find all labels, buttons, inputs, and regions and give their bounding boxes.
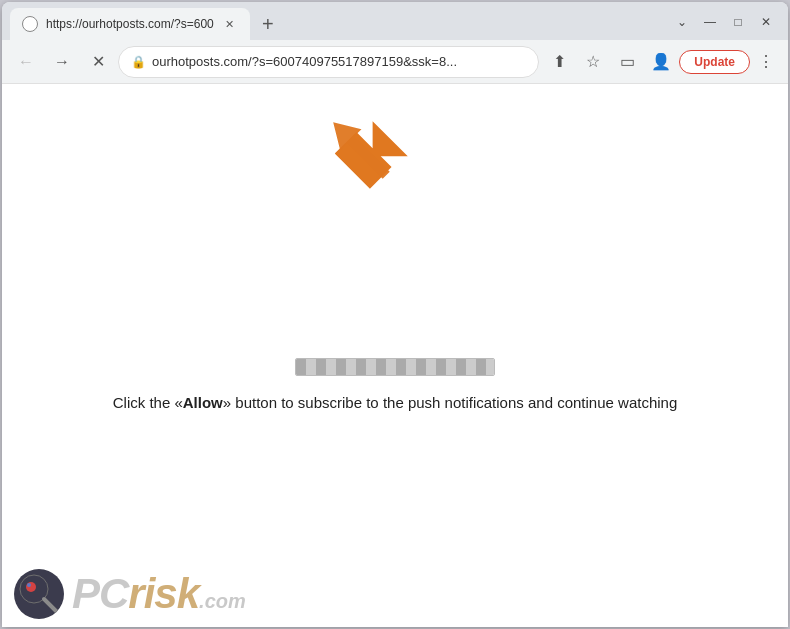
- nav-actions: ⬆ ☆ ▭ 👤 Update ⋮: [543, 46, 780, 78]
- close-button[interactable]: ✕: [752, 8, 780, 36]
- tab-favicon: [22, 16, 38, 32]
- lock-icon: 🔒: [131, 55, 146, 69]
- center-content: Click the «Allow» button to subscribe to…: [113, 358, 678, 413]
- page-content: Click the «Allow» button to subscribe to…: [2, 84, 788, 627]
- update-button[interactable]: Update: [679, 50, 750, 74]
- svg-line-6: [44, 599, 58, 613]
- instruction-text: Click the «Allow» button to subscribe to…: [113, 392, 678, 413]
- progress-bar: [295, 358, 495, 376]
- browser-window: https://ourhotposts.com/?s=600 ✕ + ⌄ — □…: [2, 2, 788, 627]
- progress-bar-fill: [296, 359, 494, 375]
- address-bar[interactable]: 🔒 ourhotposts.com/?s=600740975517897159&…: [118, 46, 539, 78]
- pcrisk-brand-text: PC risk .com: [72, 573, 246, 615]
- dotcom-text: .com: [199, 590, 246, 613]
- pc-text: PC: [72, 573, 128, 615]
- bookmark-icon[interactable]: ☆: [577, 46, 609, 78]
- navigation-bar: ← → ✕ 🔒 ourhotposts.com/?s=6007409755178…: [2, 40, 788, 84]
- minimize-button[interactable]: —: [696, 8, 724, 36]
- more-options-button[interactable]: ⋮: [752, 48, 780, 76]
- pointing-arrow: [315, 104, 415, 208]
- sidebar-icon[interactable]: ▭: [611, 46, 643, 78]
- allow-text: Allow: [183, 394, 223, 411]
- back-button[interactable]: ←: [10, 46, 42, 78]
- chevron-down-icon[interactable]: ⌄: [668, 8, 696, 36]
- url-display: ourhotposts.com/?s=600740975517897159&ss…: [152, 54, 526, 69]
- new-tab-button[interactable]: +: [254, 10, 282, 38]
- svg-point-4: [26, 582, 36, 592]
- forward-button[interactable]: →: [46, 46, 78, 78]
- svg-marker-2: [323, 112, 397, 186]
- tab-title: https://ourhotposts.com/?s=600: [46, 17, 214, 31]
- active-tab[interactable]: https://ourhotposts.com/?s=600 ✕: [10, 8, 250, 40]
- risk-text: risk: [128, 573, 199, 615]
- maximize-button[interactable]: □: [724, 8, 752, 36]
- pcrisk-watermark: PC risk .com: [2, 561, 258, 627]
- window-controls: ⌄ — □ ✕: [668, 8, 780, 36]
- tab-bar: https://ourhotposts.com/?s=600 ✕ + ⌄ — □…: [2, 2, 788, 40]
- share-icon[interactable]: ⬆: [543, 46, 575, 78]
- tab-close-button[interactable]: ✕: [222, 16, 238, 32]
- pcrisk-logo-icon: [14, 569, 64, 619]
- svg-point-5: [27, 583, 31, 587]
- reload-button[interactable]: ✕: [82, 46, 114, 78]
- profile-icon[interactable]: 👤: [645, 46, 677, 78]
